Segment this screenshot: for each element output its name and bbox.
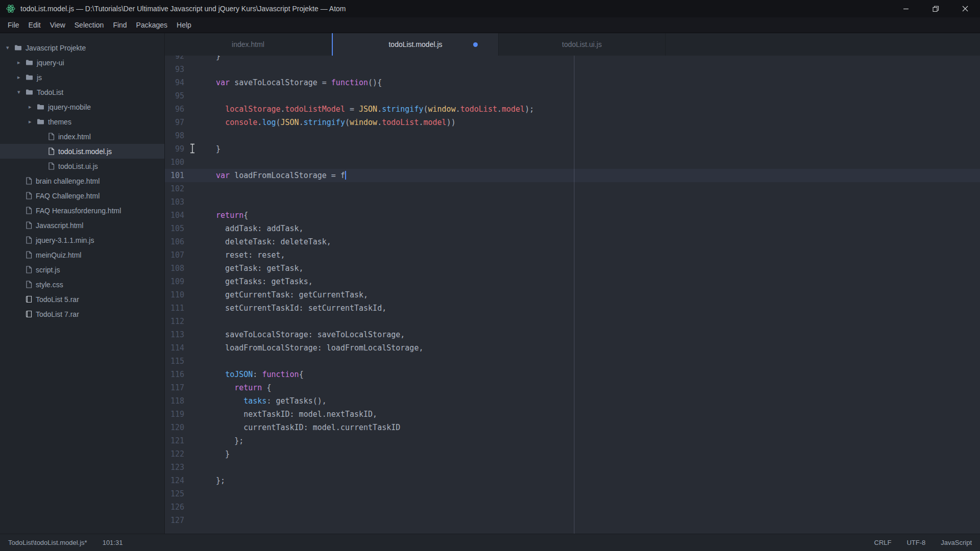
code-text[interactable]: nextTaskID: model.nextTaskID, — [195, 408, 377, 421]
code-text[interactable]: getTask: getTask, — [195, 262, 304, 275]
code-line-108[interactable]: 108 getTask: getTask, — [165, 262, 980, 275]
code-line-120[interactable]: 120 currentTaskID: model.currentTaskID — [165, 421, 980, 434]
code-text[interactable]: } — [195, 56, 220, 63]
code-text[interactable] — [195, 500, 207, 514]
code-text[interactable] — [195, 129, 207, 142]
tree-item-meinquiz.html[interactable]: meinQuiz.html — [0, 247, 164, 262]
code-line-104[interactable]: 104 return{ — [165, 209, 980, 222]
menu-packages[interactable]: Packages — [132, 17, 172, 33]
code-line-111[interactable]: 111 setCurrentTaskId: setCurrentTaskId, — [165, 302, 980, 315]
code-text[interactable] — [195, 514, 207, 527]
tree-item-style.css[interactable]: style.css — [0, 277, 164, 292]
code-text[interactable]: reset: reset, — [195, 248, 285, 262]
code-line-95[interactable]: 95 — [165, 89, 980, 103]
code-text[interactable] — [195, 89, 207, 103]
code-line-97[interactable]: 97 console.log(JSON.stringify(window.tod… — [165, 116, 980, 129]
code-text[interactable]: getCurrentTask: getCurrentTask, — [195, 288, 368, 302]
tree-item-script.js[interactable]: script.js — [0, 262, 164, 277]
code-line-115[interactable]: 115 — [165, 355, 980, 368]
code-text[interactable] — [195, 156, 207, 169]
code-line-92[interactable]: 92 } — [165, 56, 980, 63]
tree-item-jquery-mobile[interactable]: ▸jquery-mobile — [0, 99, 164, 114]
code-line-102[interactable]: 102 — [165, 182, 980, 195]
code-text[interactable]: localStorage.todoListModel = JSON.string… — [195, 103, 534, 116]
code-text[interactable] — [195, 195, 207, 209]
code-line-93[interactable]: 93 — [165, 63, 980, 76]
status-line-ending[interactable]: CRLF — [874, 539, 892, 546]
tree-item-js[interactable]: ▸js — [0, 70, 164, 85]
menu-selection[interactable]: Selection — [70, 17, 109, 33]
code-line-99[interactable]: 99 } — [165, 142, 980, 156]
tree-item-brain-challenge.html[interactable]: brain challenge.html — [0, 173, 164, 188]
tree-item-index.html[interactable]: index.html — [0, 129, 164, 144]
code-text[interactable]: addTask: addTask, — [195, 222, 304, 235]
code-text[interactable]: loadFromLocalStorage: loadFromLocalStora… — [195, 341, 423, 355]
code-text[interactable]: tasks: getTasks(), — [195, 394, 327, 408]
code-text[interactable] — [195, 63, 207, 76]
code-line-123[interactable]: 123 — [165, 461, 980, 474]
tree-item-jquery-3.1.1.min.js[interactable]: jquery-3.1.1.min.js — [0, 233, 164, 247]
code-line-105[interactable]: 105 addTask: addTask, — [165, 222, 980, 235]
code-text[interactable]: setCurrentTaskId: setCurrentTaskId, — [195, 302, 386, 315]
menu-help[interactable]: Help — [172, 17, 196, 33]
code-text[interactable]: deleteTask: deleteTask, — [195, 235, 331, 248]
tree-item-faq-herausforderung.html[interactable]: FAQ Herausforderung.html — [0, 203, 164, 218]
code-line-113[interactable]: 113 saveToLocalStorage: saveToLocalStora… — [165, 328, 980, 341]
tree-item-javascript.html[interactable]: Javascript.html — [0, 218, 164, 233]
code-line-125[interactable]: 125 — [165, 487, 980, 500]
code-text[interactable] — [195, 182, 207, 195]
code-text[interactable] — [195, 315, 207, 328]
code-text[interactable] — [195, 461, 207, 474]
close-button[interactable] — [950, 0, 980, 17]
code-line-122[interactable]: 122 } — [165, 447, 980, 461]
tree-item-themes[interactable]: ▸themes — [0, 114, 164, 129]
code-line-106[interactable]: 106 deleteTask: deleteTask, — [165, 235, 980, 248]
code-line-116[interactable]: 116 toJSON: function{ — [165, 368, 980, 381]
menu-edit[interactable]: Edit — [24, 17, 45, 33]
code-line-119[interactable]: 119 nextTaskID: model.nextTaskID, — [165, 408, 980, 421]
editor[interactable]: 92 }9394 var saveToLocalStorage = functi… — [165, 56, 980, 534]
tree-item-todolist.model.js[interactable]: todoList.model.js — [0, 144, 164, 159]
tree-item-todolist[interactable]: ▾TodoList — [0, 85, 164, 99]
code-line-118[interactable]: 118 tasks: getTasks(), — [165, 394, 980, 408]
code-text[interactable]: getTasks: getTasks, — [195, 275, 313, 288]
code-line-96[interactable]: 96 localStorage.todoListModel = JSON.str… — [165, 103, 980, 116]
tree-item-jquery-ui[interactable]: ▸jquery-ui — [0, 55, 164, 70]
status-language[interactable]: JavaScript — [941, 539, 972, 546]
code-text[interactable]: console.log(JSON.stringify(window.todoLi… — [195, 116, 456, 129]
code-text[interactable]: return{ — [195, 209, 248, 222]
code-line-110[interactable]: 110 getCurrentTask: getCurrentTask, — [165, 288, 980, 302]
status-encoding[interactable]: UTF-8 — [906, 539, 925, 546]
code-text[interactable]: var loadFromLocalStorage = f — [195, 169, 346, 182]
code-text[interactable]: saveToLocalStorage: saveToLocalStorage, — [195, 328, 405, 341]
code-line-127[interactable]: 127 — [165, 514, 980, 527]
tab-index.html[interactable]: index.html — [165, 33, 332, 56]
minimize-button[interactable] — [891, 0, 921, 17]
code-line-117[interactable]: 117 return { — [165, 381, 980, 394]
code-line-94[interactable]: 94 var saveToLocalStorage = function(){ — [165, 76, 980, 89]
code-line-121[interactable]: 121 }; — [165, 434, 980, 447]
code-text[interactable]: } — [195, 142, 220, 156]
tree-root-javascript-projekte[interactable]: ▾ Javascript Projekte — [0, 40, 164, 55]
code-line-98[interactable]: 98 — [165, 129, 980, 142]
code-line-112[interactable]: 112 — [165, 315, 980, 328]
code-text[interactable]: }; — [195, 434, 243, 447]
code-text[interactable]: var saveToLocalStorage = function(){ — [195, 76, 382, 89]
menu-view[interactable]: View — [45, 17, 70, 33]
code-line-103[interactable]: 103 — [165, 195, 980, 209]
code-text[interactable]: } — [195, 447, 230, 461]
code-text[interactable] — [195, 355, 207, 368]
code-line-124[interactable]: 124 }; — [165, 474, 980, 487]
code-text[interactable] — [195, 487, 207, 500]
tree-item-todolist-7.rar[interactable]: TodoList 7.rar — [0, 307, 164, 321]
restore-button[interactable] — [921, 0, 950, 17]
menu-find[interactable]: Find — [108, 17, 131, 33]
code-line-114[interactable]: 114 loadFromLocalStorage: loadFromLocalS… — [165, 341, 980, 355]
tab-todolist.ui.js[interactable]: todoList.ui.js — [499, 33, 666, 56]
menu-file[interactable]: File — [3, 17, 24, 33]
tree-item-faq-challenge.html[interactable]: FAQ Challenge.html — [0, 188, 164, 203]
code-line-101[interactable]: 101 var loadFromLocalStorage = f — [165, 169, 980, 182]
code-line-126[interactable]: 126 — [165, 500, 980, 514]
code-line-109[interactable]: 109 getTasks: getTasks, — [165, 275, 980, 288]
code-line-100[interactable]: 100 — [165, 156, 980, 169]
